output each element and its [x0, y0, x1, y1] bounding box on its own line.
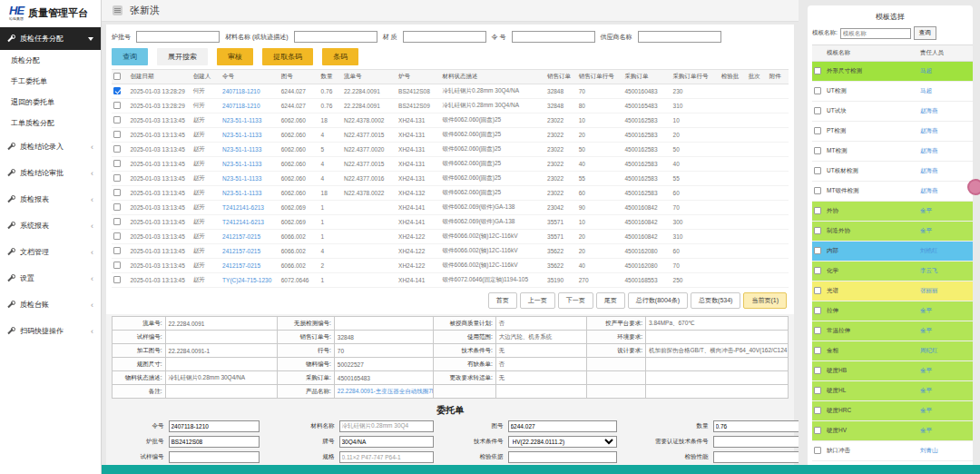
template-search-input[interactable]: [840, 28, 911, 39]
order-link[interactable]: 2412157-0215: [222, 233, 260, 240]
form-field-input[interactable]: [508, 451, 617, 463]
template-person[interactable]: 周纪红: [918, 341, 973, 361]
filter-input[interactable]: [136, 31, 220, 43]
sidebar-item[interactable]: 工单质检分配: [0, 113, 101, 133]
template-checkbox[interactable]: [814, 187, 821, 194]
menu-toggle-icon[interactable]: [113, 5, 122, 15]
table-row[interactable]: 2025-01-03 13:13:45赵芳N23-51-1-11336062.0…: [112, 157, 789, 172]
template-checkbox[interactable]: [814, 247, 821, 254]
order-link[interactable]: N23-51-1-1133: [222, 190, 261, 196]
template-person[interactable]: 金平: [918, 222, 973, 242]
template-checkbox[interactable]: [814, 207, 821, 214]
sidebar-group[interactable]: 系统报表‹: [0, 212, 101, 239]
row-checkbox[interactable]: [113, 160, 121, 167]
pagination-button[interactable]: 下一页: [558, 292, 593, 309]
pagination-button[interactable]: 尾页: [596, 292, 625, 309]
table-row[interactable]: 2025-01-03 13:13:45赵芳T2412141-62136062.0…: [112, 215, 789, 230]
toolbar-button[interactable]: 查询: [112, 48, 148, 65]
pagination-button[interactable]: 总行数(8004条): [628, 292, 688, 309]
template-row[interactable]: 拉伸金平: [812, 301, 973, 321]
template-search-button[interactable]: 查询: [914, 26, 936, 40]
table-row[interactable]: 2025-01-03 13:13:45赵芳2412157-02156066.00…: [112, 230, 789, 244]
row-checkbox[interactable]: [113, 203, 121, 211]
sidebar-group[interactable]: 设置‹: [0, 265, 101, 291]
template-person[interactable]: 赵海燕: [918, 162, 973, 182]
template-row[interactable]: MT锻件检测赵海燕: [812, 182, 973, 202]
row-checkbox[interactable]: [113, 247, 121, 254]
row-checkbox[interactable]: [113, 276, 121, 283]
order-link[interactable]: N23-51-1-1133: [222, 161, 261, 167]
row-checkbox[interactable]: [113, 116, 121, 123]
template-row[interactable]: UT检测马超: [812, 82, 973, 102]
template-checkbox[interactable]: [814, 227, 821, 234]
sidebar-item[interactable]: 手工委托单: [0, 71, 101, 92]
template-person[interactable]: 金平: [918, 421, 973, 441]
toolbar-button[interactable]: 条码: [322, 48, 358, 65]
row-checkbox[interactable]: [113, 262, 121, 269]
template-person[interactable]: 金平: [918, 321, 973, 341]
row-checkbox[interactable]: [113, 232, 121, 240]
pagination-button[interactable]: 当前页(1): [743, 292, 787, 309]
template-person[interactable]: 马超: [918, 62, 973, 82]
sidebar-group-task-assign[interactable]: 质检任务分配: [0, 27, 101, 50]
form-field-input[interactable]: [713, 436, 804, 448]
template-person[interactable]: 刘青山: [918, 441, 973, 461]
form-field-input[interactable]: [169, 451, 260, 463]
template-row[interactable]: 硬度HV金平: [812, 421, 973, 441]
table-row[interactable]: 2025-01-03 13:13:45赵芳2412157-02156066.00…: [112, 244, 789, 259]
filter-input[interactable]: [403, 31, 486, 43]
table-row[interactable]: 2025-01-03 13:13:45赵芳N23-51-1-11336062.0…: [112, 114, 789, 128]
template-person[interactable]: 张丽丽: [918, 281, 973, 301]
template-row[interactable]: MT检测赵海燕: [812, 142, 973, 162]
floating-badge[interactable]: [967, 179, 980, 195]
row-checkbox[interactable]: [113, 174, 121, 182]
row-checkbox[interactable]: [113, 218, 121, 225]
order-link[interactable]: T2412141-6213: [222, 204, 264, 211]
template-row[interactable]: 外形尺寸检测马超: [812, 62, 973, 82]
template-checkbox[interactable]: [814, 347, 821, 354]
template-checkbox[interactable]: [814, 87, 821, 94]
table-row[interactable]: 2025-01-03 13:28:29何芳2407118-12106244.02…: [112, 99, 789, 114]
sidebar-group[interactable]: 文档管理‹: [0, 239, 101, 265]
template-row[interactable]: 光谱张丽丽: [812, 281, 973, 301]
template-checkbox[interactable]: [814, 147, 821, 154]
template-row[interactable]: 硬度HL金平: [812, 381, 973, 401]
table-row[interactable]: 2025-01-03 13:28:29何芳2407118-12106244.02…: [112, 84, 789, 99]
order-link[interactable]: 2407118-1210: [222, 103, 260, 109]
template-checkbox[interactable]: [814, 447, 821, 454]
row-checkbox[interactable]: [113, 145, 121, 153]
table-row[interactable]: 2025-01-03 13:13:45赵芳2412157-02156066.00…: [112, 259, 789, 273]
template-row[interactable]: 缺口冲击刘青山: [812, 441, 973, 461]
order-link[interactable]: T2412141-6213: [222, 219, 264, 225]
order-link[interactable]: N23-51-1-1133: [222, 117, 261, 123]
sidebar-group[interactable]: 扫码快捷操作‹: [0, 318, 101, 344]
form-field-input[interactable]: [339, 420, 434, 432]
template-checkbox[interactable]: [814, 427, 821, 434]
order-link[interactable]: 2412157-0215: [222, 262, 260, 269]
template-checkbox[interactable]: [814, 107, 821, 114]
form-field-input[interactable]: [713, 451, 804, 463]
form-field-input[interactable]: [169, 420, 260, 432]
template-person[interactable]: 金平: [918, 301, 973, 321]
template-checkbox[interactable]: [814, 267, 821, 274]
form-field-input[interactable]: [339, 451, 434, 463]
pagination-button[interactable]: 总页数(534): [691, 292, 740, 309]
sidebar-group[interactable]: 质检结论录入‹: [0, 133, 101, 160]
template-person[interactable]: 金平: [918, 202, 973, 222]
template-checkbox[interactable]: [814, 67, 821, 74]
template-person[interactable]: 刘艳红: [918, 242, 973, 262]
template-person[interactable]: 金平: [918, 401, 973, 421]
template-person[interactable]: 赵海燕: [918, 142, 973, 162]
table-row[interactable]: 2025-01-03 13:13:45赵芳N23-51-1-11336062.0…: [112, 143, 789, 157]
order-link[interactable]: 2412157-0215: [222, 248, 260, 254]
table-row[interactable]: 2025-01-03 13:13:45赵芳T2412141-62136062.0…: [112, 201, 789, 215]
order-link[interactable]: N23-51-1-1133: [222, 146, 261, 153]
filter-input[interactable]: [512, 31, 595, 43]
filter-input[interactable]: [294, 31, 377, 43]
template-checkbox[interactable]: [814, 367, 821, 374]
pagination-button[interactable]: 首页: [488, 292, 517, 309]
pagination-button[interactable]: 上一页: [520, 292, 555, 309]
template-person[interactable]: 金平: [918, 381, 973, 401]
form-field-input[interactable]: [713, 420, 804, 432]
row-checkbox[interactable]: [113, 102, 121, 109]
